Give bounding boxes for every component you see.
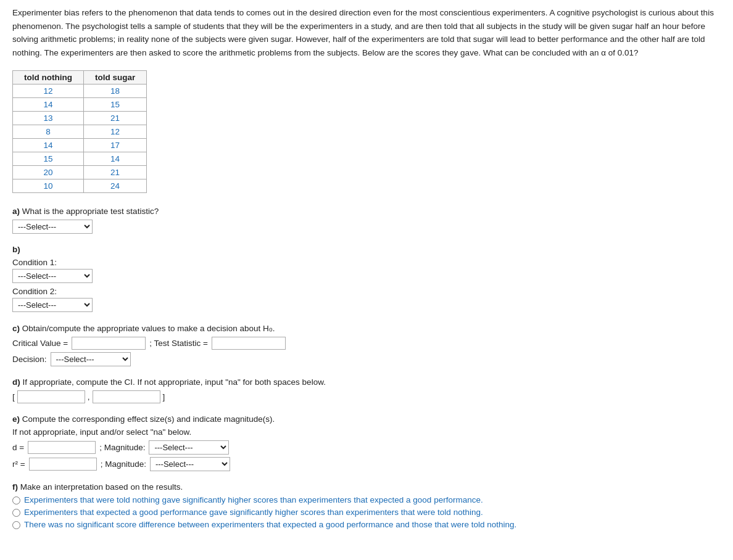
ci-lower-input[interactable] (17, 390, 85, 403)
part-e-label: e) (12, 414, 20, 424)
r2-magnitude-label: ; Magnitude: (101, 459, 146, 469)
part-a-question: What is the appropriate test statistic? (22, 207, 159, 216)
table-cell: 14 (13, 139, 84, 152)
col2-header: told sugar (83, 71, 146, 84)
r2-input[interactable] (29, 458, 97, 471)
decision-select[interactable]: ---Select--- (51, 352, 131, 366)
part-f-radio-1[interactable] (12, 496, 20, 504)
part-c-h0: H₀ (263, 324, 273, 333)
part-a-label: a) (12, 207, 20, 216)
part-f-option-1[interactable]: Experimenters that were told nothing gav… (12, 495, 721, 504)
part-f-option-text-1: Experimenters that were told nothing gav… (24, 495, 483, 504)
table-cell: 14 (83, 152, 146, 166)
part-d: d) If appropriate, compute the CI. If no… (12, 377, 721, 403)
table-cell: 24 (83, 179, 146, 193)
part-f-label: f) (12, 482, 18, 492)
critical-value-input[interactable] (72, 337, 146, 350)
table-cell: 12 (83, 125, 146, 139)
part-d-question: If appropriate, compute the CI. If not a… (23, 377, 326, 387)
ci-inputs-row: [ , ] (12, 390, 721, 403)
part-f-option-2[interactable]: Experimenters that expected a good perfo… (12, 508, 721, 517)
table-cell: 10 (13, 179, 84, 193)
table-cell: 21 (83, 112, 146, 125)
col1-header: told nothing (13, 71, 84, 84)
part-e-line1: Compute the corresponding effect size(s)… (22, 414, 275, 424)
part-f-radio-3[interactable] (12, 521, 20, 529)
d-magnitude-select[interactable]: ---Select--- (149, 440, 229, 455)
ci-upper-input[interactable] (93, 390, 160, 403)
d-row: d = ; Magnitude: ---Select--- (12, 440, 721, 455)
table-cell: 15 (13, 152, 84, 166)
condition1-label: Condition 1: (12, 258, 721, 267)
part-c: c) Obtain/compute the appropriate values… (12, 323, 721, 366)
part-f-option-text-3: There was no significant score differenc… (24, 520, 516, 529)
decision-label: Decision: (12, 355, 47, 364)
part-a-select[interactable]: ---Select--- (12, 220, 93, 234)
part-a: a) What is the appropriate test statisti… (12, 207, 721, 234)
part-c-question-end: . (273, 324, 275, 333)
table-cell: 17 (83, 139, 146, 152)
condition2-select[interactable]: ---Select--- (12, 298, 93, 312)
part-e: e) Compute the corresponding effect size… (12, 414, 721, 471)
intro-paragraph: Experimenter bias refers to the phenomen… (12, 6, 721, 59)
d-magnitude-label: ; Magnitude: (99, 443, 145, 452)
part-d-label: d) (12, 377, 20, 387)
part-b: b) Condition 1: ---Select--- Condition 2… (12, 245, 721, 312)
d-input[interactable] (28, 441, 96, 454)
table-cell: 13 (13, 112, 84, 125)
test-statistic-label: ; Test Statistic = (149, 339, 208, 348)
test-statistic-input[interactable] (212, 337, 286, 350)
part-b-label: b) (12, 245, 721, 254)
part-e-line2: If not appropriate, input and/or select … (12, 427, 721, 437)
r2-row: r² = ; Magnitude: ---Select--- (12, 457, 721, 471)
table-cell: 20 (13, 166, 84, 179)
data-table: told nothing told sugar 1218141513218121… (12, 70, 147, 193)
part-c-label: c) (12, 324, 20, 333)
part-c-question-start: Obtain/compute the appropriate values to… (22, 324, 263, 333)
d-label: d = (12, 443, 24, 452)
part-f: f) Make an interpretation based on the r… (12, 482, 721, 529)
condition2-label: Condition 2: (12, 287, 721, 296)
ci-open-bracket: [ (12, 392, 15, 401)
part-f-option-text-2: Experimenters that expected a good perfo… (24, 508, 483, 517)
table-cell: 18 (83, 84, 146, 98)
decision-row: Decision: ---Select--- (12, 352, 721, 366)
critical-value-label: Critical Value = (12, 339, 68, 348)
part-f-question: Make an interpretation based on the resu… (20, 482, 183, 492)
table-cell: 14 (13, 98, 84, 112)
part-f-radio-2[interactable] (12, 509, 20, 517)
ci-comma: , (88, 392, 90, 401)
table-cell: 8 (13, 125, 84, 139)
condition1-select[interactable]: ---Select--- (12, 269, 93, 283)
ci-close-bracket: ] (163, 392, 165, 401)
part-f-option-3[interactable]: There was no significant score differenc… (12, 520, 721, 529)
r2-label: r² = (12, 459, 25, 469)
r2-magnitude-select[interactable]: ---Select--- (150, 457, 230, 471)
critical-value-row: Critical Value = ; Test Statistic = (12, 337, 721, 350)
table-cell: 21 (83, 166, 146, 179)
table-cell: 12 (13, 84, 84, 98)
table-cell: 15 (83, 98, 146, 112)
